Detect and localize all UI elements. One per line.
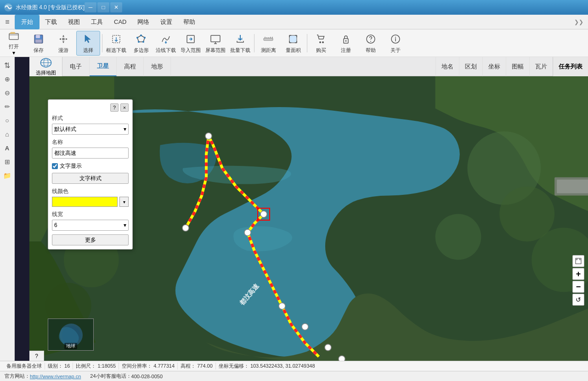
svg-rect-1 — [9, 34, 18, 40]
menu-item-tools[interactable]: 工具 — [85, 15, 108, 29]
sidebar-zoom-in-icon[interactable]: ⊕ — [1, 73, 14, 85]
tab-terrain[interactable]: 地形 — [144, 57, 171, 76]
close-button[interactable]: ✕ — [110, 2, 122, 12]
panel-help-button[interactable]: ? — [110, 103, 119, 112]
zoom-controls: + − ↺ — [572, 255, 584, 306]
website-bar: 官方网站： http://www.rivermap.cn 24小时客服电话： 4… — [0, 371, 588, 381]
menu-item-help[interactable]: 帮助 — [178, 15, 201, 29]
text-display-row: 文字显示 — [52, 162, 129, 170]
measure-area-icon — [287, 33, 300, 45]
line-download-icon — [159, 33, 172, 45]
line-width-select[interactable]: 6 ▾ — [52, 220, 129, 231]
menu-item-view[interactable]: 视图 — [62, 15, 85, 29]
menu-item-download[interactable]: 下载 — [40, 15, 62, 29]
tab-elevation[interactable]: 高程 — [117, 57, 144, 76]
tab-satellite[interactable]: 卫星 — [90, 57, 117, 76]
zoom-full-extent-button[interactable] — [572, 255, 584, 267]
tab-coordinates[interactable]: 坐标 — [482, 57, 506, 76]
sidebar-text-icon[interactable]: A — [1, 142, 14, 154]
measure-area-button[interactable]: 量面积 — [281, 31, 305, 56]
select-button[interactable]: 选择 — [76, 31, 100, 56]
tab-placename[interactable]: 地名 — [435, 57, 459, 76]
screen-range-icon — [209, 33, 222, 45]
zoom-out-button[interactable]: − — [572, 281, 584, 293]
svg-point-5 — [62, 38, 65, 40]
name-input[interactable] — [52, 148, 129, 159]
minimize-button[interactable]: ─ — [85, 2, 96, 12]
maximize-button[interactable]: □ — [97, 2, 109, 12]
tab-tiles[interactable]: 瓦片 — [529, 57, 553, 76]
style-label: 样式 — [52, 114, 129, 122]
color-dropdown-button[interactable]: ▾ — [119, 197, 129, 207]
sidebar-draw-icon[interactable]: ✏ — [1, 100, 14, 113]
website-url[interactable]: http://www.rivermap.cn — [30, 374, 81, 379]
polygon-button[interactable]: 多边形 — [129, 31, 153, 56]
minimap[interactable]: 地球 — [48, 318, 94, 351]
sidebar-circle-icon[interactable]: ○ — [1, 114, 14, 127]
help-button[interactable]: 帮助 — [359, 31, 383, 56]
tab-division[interactable]: 区划 — [459, 57, 482, 76]
buy-button[interactable]: 购买 — [309, 31, 333, 56]
line-width-dropdown-icon: ▾ — [124, 222, 126, 228]
panel-close-button[interactable]: × — [120, 103, 129, 112]
phone-label: 24小时客服电话： — [90, 373, 131, 380]
svg-marker-8 — [137, 35, 145, 42]
menu-item-start[interactable]: 开始 — [15, 15, 40, 29]
text-display-checkbox[interactable] — [52, 163, 58, 169]
svg-point-23 — [370, 41, 371, 42]
line-width-label: 线宽 — [52, 210, 129, 218]
task-list-button[interactable]: 任务列表 — [553, 57, 588, 76]
svg-point-12 — [138, 41, 140, 43]
open-button[interactable]: 打开 ▾ — [2, 31, 26, 56]
zoom-in-button[interactable]: + — [572, 268, 584, 280]
save-icon — [32, 33, 45, 45]
title-bar: 水经微图 4.0 [专业版已授权] ─ □ ✕ — [0, 0, 588, 15]
sidebar-folder-icon[interactable]: 📁 — [1, 169, 14, 182]
phone-number: 400-028-0050 — [131, 374, 163, 379]
open-arrow-icon[interactable]: ▾ — [2, 50, 26, 56]
more-button[interactable]: 更多 — [52, 234, 129, 245]
svg-point-21 — [345, 40, 347, 41]
measure-distance-button[interactable]: 测距离 — [256, 31, 280, 56]
help-corner-button[interactable]: ? — [29, 351, 44, 361]
map-layers-bar: 选择地图 电子 卫星 高程 地形 地名 区划 — [29, 57, 588, 76]
sidebar-zoom-out-icon[interactable]: ⊖ — [1, 86, 14, 99]
toolbar-separator-2 — [254, 34, 254, 52]
tab-mapframe[interactable]: 图幅 — [506, 57, 529, 76]
screen-range-button[interactable]: 屏幕范围 — [204, 31, 227, 56]
measure-distance-icon — [262, 33, 275, 45]
style-select[interactable]: 默认样式 ▾ — [52, 124, 129, 135]
menu-item-cad[interactable]: CAD — [108, 15, 132, 29]
polygon-icon — [135, 33, 147, 45]
sidebar-home-icon[interactable]: ⌂ — [1, 128, 14, 141]
menu-item-network[interactable]: 网络 — [132, 15, 155, 29]
line-download-button[interactable]: 沿线下载 — [154, 31, 178, 56]
toolbar: 打开 ▾ 保存 漫游 — [0, 29, 588, 57]
text-style-button[interactable]: 文字样式 — [52, 173, 129, 184]
batch-download-button[interactable]: 批量下载 — [228, 31, 252, 56]
zoom-reset-button[interactable]: ↺ — [572, 294, 584, 306]
select-map-button[interactable]: 选择地图 — [29, 57, 62, 76]
frame-download-button[interactable]: 框选下载 — [104, 31, 128, 56]
save-button[interactable]: 保存 — [27, 31, 51, 56]
line-color-swatch[interactable] — [52, 197, 118, 207]
menu-collapse-icon[interactable]: ❯❯ — [574, 19, 588, 25]
menu-item-settings[interactable]: 设置 — [155, 15, 178, 29]
sidebar-move-icon[interactable]: ⇅ — [1, 59, 14, 72]
text-display-label: 文字显示 — [60, 162, 82, 170]
sidebar-grid-icon[interactable]: ⊞ — [1, 155, 14, 168]
register-button[interactable]: 注册 — [334, 31, 358, 56]
svg-point-9 — [140, 34, 142, 36]
svg-rect-17 — [289, 35, 297, 43]
toolbar-separator-3 — [307, 34, 307, 52]
tab-electronic[interactable]: 电子 — [62, 57, 90, 76]
menu-toggle-button[interactable]: ≡ — [0, 15, 15, 29]
website-label: 官方网站： — [5, 373, 30, 380]
svg-rect-38 — [576, 258, 581, 264]
svg-point-11 — [142, 41, 144, 43]
pan-button[interactable]: 漫游 — [51, 31, 75, 56]
svg-rect-36 — [557, 180, 588, 193]
about-button[interactable]: 关于 — [384, 31, 407, 56]
map-canvas[interactable]: 都汶高速 — [29, 76, 588, 361]
import-range-button[interactable]: 导入范围 — [179, 31, 203, 56]
